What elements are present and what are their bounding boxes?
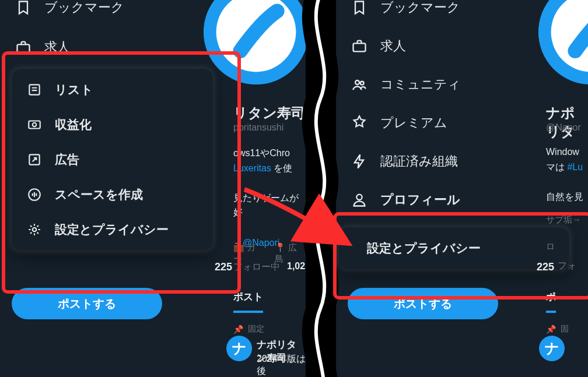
- profile-preview: ナポリタ @Napor Window マは #Lu 自然を見 サブ垢→ ロ 22…: [523, 0, 588, 377]
- nav-label: 求人: [380, 37, 406, 55]
- premium-badge-icon: [351, 115, 368, 131]
- community-icon: [351, 76, 368, 93]
- profile-loc-frag: ロ: [546, 241, 555, 252]
- gear-icon: [27, 222, 42, 237]
- svg-point-6: [33, 228, 37, 232]
- post-button[interactable]: ポストする: [12, 288, 162, 319]
- tab-posts[interactable]: ポ: [546, 290, 556, 313]
- tab-posts[interactable]: ポスト: [233, 290, 263, 313]
- pinned-label: 📌 固定: [233, 324, 264, 334]
- svg-rect-9: [354, 43, 366, 51]
- right-variant: ブックマーク 求人 コミュニティ プレミアム 認証済み組織 プロフィール: [336, 0, 588, 377]
- person-icon: [351, 192, 368, 208]
- nav-verified-orgs[interactable]: 認証済み組織: [336, 147, 510, 176]
- wavy-divider: [300, 0, 341, 377]
- post-button[interactable]: ポストする: [348, 288, 498, 319]
- nav-profile[interactable]: プロフィール: [336, 185, 510, 214]
- nav-premium[interactable]: プレミアム: [336, 108, 510, 138]
- nav-label: プロフィール: [380, 191, 460, 209]
- profile-stats: フォ: [558, 260, 576, 272]
- nav-communities[interactable]: コミュニティ: [336, 70, 510, 99]
- following-count-ghost: 225: [537, 261, 554, 273]
- left-variant: ブックマーク 求人 ポストする リスト 収益化: [0, 0, 306, 377]
- external-icon: [27, 152, 42, 167]
- pin-icon: 📌: [233, 325, 243, 334]
- menu-item-label: 設定とプライバシー: [367, 240, 481, 256]
- tweet-avatar[interactable]: ナ: [539, 336, 565, 361]
- nav-label: ブックマーク: [44, 0, 124, 16]
- nav-jobs[interactable]: 求人: [336, 31, 510, 61]
- profile-bio: ows11やChro Luxeritas を使 見たりゲームが好 →@Napor…: [233, 146, 306, 250]
- menu-item-label: 設定とプライバシー: [55, 221, 169, 238]
- profile-name: リタン寿司: [233, 104, 305, 122]
- svg-rect-2: [29, 121, 40, 129]
- list-icon: [27, 82, 42, 97]
- avatar[interactable]: [201, 0, 306, 87]
- briefcase-icon: [351, 38, 368, 54]
- nav-label: 認証済み組織: [380, 153, 458, 170]
- nav-label: 求人: [44, 38, 70, 56]
- profile-handle: poritansushi: [233, 122, 284, 133]
- mic-icon: [27, 187, 42, 202]
- profile-handle: @Napor: [546, 122, 581, 133]
- lightning-icon: [351, 153, 368, 170]
- nav-label: ブックマーク: [380, 0, 460, 16]
- bookmark-icon: [15, 0, 32, 16]
- nav-bookmarks[interactable]: ブックマーク: [336, 0, 510, 22]
- tweet-avatar[interactable]: ナ: [226, 336, 252, 361]
- post-button-label: ポストする: [394, 296, 452, 312]
- post-button-label: ポストする: [58, 296, 116, 312]
- tweet-text: 2024年版は後: [257, 353, 306, 377]
- briefcase-icon: [15, 39, 32, 55]
- svg-point-12: [356, 195, 362, 200]
- nav-label: コミュニティ: [380, 76, 461, 93]
- svg-rect-0: [18, 44, 30, 52]
- menu-item-label: 広告: [55, 151, 79, 168]
- svg-point-3: [33, 123, 37, 127]
- menu-item-label: 収益化: [55, 117, 92, 133]
- nav-bookmarks[interactable]: ブックマーク: [0, 0, 174, 22]
- profile-preview: リタン寿司 poritansushi ows11やChro Luxeritas …: [175, 0, 306, 377]
- profile-bio: Window マは #Lu 自然を見: [546, 145, 588, 204]
- menu-item-label: スペースを作成: [55, 186, 143, 203]
- nav-label: プレミアム: [380, 114, 447, 132]
- bookmark-icon: [351, 0, 368, 16]
- avatar[interactable]: [536, 0, 588, 87]
- nav-jobs[interactable]: 求人: [0, 33, 174, 62]
- pinned-label: 📌 固: [546, 324, 569, 334]
- profile-sub: サブ垢→: [546, 214, 581, 226]
- profile-stats: フォロー中 1,02: [233, 261, 305, 273]
- followers-count: 1,02: [287, 261, 305, 273]
- money-icon: [27, 117, 42, 132]
- bio-hashtag[interactable]: #Lu: [567, 162, 583, 172]
- pin-icon: 📌: [546, 325, 556, 334]
- menu-item-label: リスト: [55, 82, 93, 98]
- svg-point-11: [360, 82, 364, 85]
- following-count-ghost: 225: [215, 261, 232, 273]
- svg-point-10: [355, 80, 359, 84]
- bio-link[interactable]: Luxeritas: [233, 163, 271, 173]
- sidebar: ブックマーク 求人 コミュニティ プレミアム 認証済み組織 プロフィール: [336, 0, 510, 377]
